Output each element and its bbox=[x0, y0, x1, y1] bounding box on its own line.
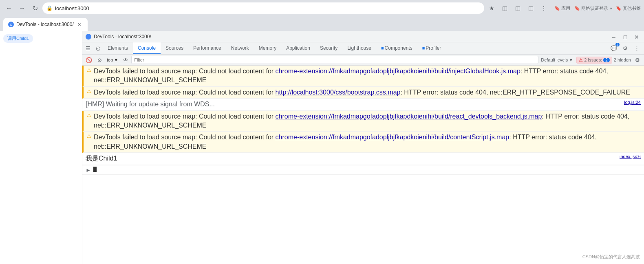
issues-badge[interactable]: ⚠ 2 Issues: 2 bbox=[576, 57, 612, 64]
browser-topbar: ← → ↻ 🔒 localhost:3000 ★ ◫ ◫ ◫ ⋮ 🔖 应用 🔖 … bbox=[0, 0, 644, 16]
active-tab[interactable]: C DevTools - localhost:3000/ ✕ bbox=[3, 18, 88, 31]
levels-arrow-icon: ▼ bbox=[569, 57, 573, 62]
warning-icon-4: ⚠ bbox=[87, 133, 91, 139]
tab-memory[interactable]: Memory bbox=[254, 42, 281, 54]
devtools-more-button[interactable]: ⋮ bbox=[632, 44, 642, 53]
console-entry-warning-2: ⚠ DevTools failed to load source map: Co… bbox=[82, 87, 644, 99]
tab-favicon: C bbox=[8, 22, 14, 27]
extension-button2[interactable]: ◫ bbox=[512, 2, 523, 14]
devtools-minimize-button[interactable]: – bbox=[610, 34, 618, 40]
tab-close-button[interactable]: ✕ bbox=[76, 21, 83, 28]
entry-link-3a[interactable]: chrome-extension://fmkadmapgofadopljbjfk… bbox=[276, 113, 542, 120]
more-button[interactable]: ⋮ bbox=[538, 2, 549, 14]
devtools-title: DevTools - localhost:3000/ bbox=[94, 34, 151, 40]
toolbar-right: Default levels ▼ ⚠ 2 Issues: 2 2 hidden … bbox=[539, 55, 642, 65]
tab-console[interactable]: Console bbox=[133, 42, 161, 54]
browser-tabbar: C DevTools - localhost:3000/ ✕ bbox=[0, 16, 644, 31]
devtools-maximize-button[interactable]: □ bbox=[621, 34, 629, 40]
entry-link-2a[interactable]: http://localhost:3000/css/bootstrap.css.… bbox=[276, 89, 401, 96]
entry-file-link-child1[interactable]: index.jsx:6 bbox=[620, 154, 641, 159]
devtools-panel: DevTools - localhost:3000/ – □ ✕ ☰ ◴ Ele… bbox=[82, 31, 644, 264]
debug-label: 调用Child1 bbox=[3, 34, 33, 43]
console-cursor bbox=[93, 167, 97, 172]
devtools-tabs-bar: ☰ ◴ Elements Console Sources Performance… bbox=[82, 42, 644, 55]
tab-elements[interactable]: Elements bbox=[103, 42, 133, 54]
extension-button1[interactable]: ◫ bbox=[499, 2, 510, 14]
default-levels-button[interactable]: Default levels ▼ bbox=[539, 57, 575, 63]
issues-settings-button[interactable]: ⚙ bbox=[633, 55, 642, 65]
warning-icon-2: ⚠ bbox=[87, 88, 91, 94]
warning-icon-3: ⚠ bbox=[87, 112, 91, 118]
entry-link-4a[interactable]: chrome-extension://fmkadmapgofadopljbjfk… bbox=[276, 134, 509, 141]
console-entry-warning-1: ⚠ DevTools failed to load source map: Co… bbox=[82, 66, 644, 87]
context-selector[interactable]: top ▼ bbox=[105, 57, 120, 63]
eye-button[interactable]: 👁 bbox=[121, 55, 130, 65]
other-bookmarks: » 🔖 其他书签 bbox=[610, 5, 641, 11]
extension-button3[interactable]: ◫ bbox=[525, 2, 536, 14]
devtools-dock-button[interactable]: ☰ bbox=[83, 44, 93, 53]
warning-icon-1: ⚠ bbox=[87, 67, 91, 73]
lock-icon: 🔒 bbox=[46, 5, 53, 11]
back-button[interactable]: ← bbox=[3, 2, 15, 14]
entry-text-hmr: [HMR] Waiting for update signal from WDS… bbox=[86, 100, 622, 109]
tab-network[interactable]: Network bbox=[226, 42, 254, 54]
tab-profiler[interactable]: ■Profiler bbox=[417, 42, 446, 54]
filter-input[interactable] bbox=[131, 56, 538, 64]
bookmarks-label: 🔖 应用 🔖 网络认证登录 bbox=[554, 5, 608, 11]
console-entry-hmr: [HMR] Waiting for update signal from WDS… bbox=[82, 99, 644, 110]
reload-button[interactable]: ↻ bbox=[29, 2, 41, 14]
console-input-line[interactable]: ► bbox=[82, 165, 644, 175]
warning-icon: ⚠ bbox=[579, 57, 583, 63]
content-area: 调用Child1 DevTools - localhost:3000/ – □ … bbox=[0, 31, 644, 264]
entry-text-1: DevTools failed to load source map: Coul… bbox=[94, 67, 641, 85]
context-arrow-icon: ▼ bbox=[114, 57, 118, 62]
default-levels-label: Default levels bbox=[541, 57, 568, 62]
entry-file-link-hmr[interactable]: log.js:24 bbox=[624, 100, 641, 105]
filter-toggle-button[interactable]: ⊘ bbox=[95, 55, 104, 65]
devtools-close-button[interactable]: ✕ bbox=[633, 34, 641, 40]
console-entry-warning-4: ⚠ DevTools failed to load source map: Co… bbox=[82, 132, 644, 153]
entry-text-child1: 我是Child1 bbox=[86, 154, 617, 163]
messages-button[interactable]: 💬 2 bbox=[609, 44, 619, 53]
issues-count-badge: 2 bbox=[603, 58, 610, 62]
address-bar[interactable]: 🔒 localhost:3000 bbox=[42, 2, 484, 14]
console-entry-child1: 我是Child1 index.jsx:6 bbox=[82, 153, 644, 165]
console-entry-warning-3: ⚠ DevTools failed to load source map: Co… bbox=[82, 111, 644, 132]
issues-count-label: 2 Issues: bbox=[584, 57, 602, 62]
hidden-count[interactable]: 2 hidden bbox=[614, 57, 631, 62]
entry-link-1a[interactable]: chrome-extension://fmkadmapgofadopljbjfk… bbox=[276, 68, 520, 75]
watermark: CSDN@怡宝的代言人连高波 bbox=[582, 254, 640, 260]
browser-window: ← → ↻ 🔒 localhost:3000 ★ ◫ ◫ ◫ ⋮ 🔖 应用 🔖 … bbox=[0, 0, 644, 264]
tab-components[interactable]: ■Components bbox=[376, 42, 417, 54]
entry-text-2: DevTools failed to load source map: Coul… bbox=[94, 88, 641, 97]
devtools-inspect-button[interactable]: ◴ bbox=[93, 44, 103, 53]
console-prompt-icon: ► bbox=[86, 167, 91, 173]
entry-text-4: DevTools failed to load source map: Coul… bbox=[94, 133, 641, 151]
devtools-favicon bbox=[86, 34, 91, 40]
tab-application[interactable]: Application bbox=[281, 42, 315, 54]
console-output[interactable]: ⚠ DevTools failed to load source map: Co… bbox=[82, 66, 644, 264]
clear-console-button[interactable]: 🚫 bbox=[84, 55, 94, 65]
tab-security[interactable]: Security bbox=[315, 42, 342, 54]
url-text: localhost:3000 bbox=[55, 5, 89, 11]
devtools-titlebar: DevTools - localhost:3000/ – □ ✕ bbox=[82, 31, 644, 42]
forward-button[interactable]: → bbox=[16, 2, 28, 14]
devtools-settings-button[interactable]: ⚙ bbox=[620, 44, 630, 53]
tab-sources[interactable]: Sources bbox=[161, 42, 188, 54]
tab-performance[interactable]: Performance bbox=[188, 42, 226, 54]
star-button[interactable]: ★ bbox=[486, 2, 497, 14]
tab-title: DevTools - localhost:3000/ bbox=[16, 22, 74, 27]
entry-text-3: DevTools failed to load source map: Coul… bbox=[94, 112, 641, 130]
console-toolbar: 🚫 ⊘ top ▼ 👁 Default levels ▼ ⚠ 2 Issues: bbox=[82, 55, 644, 66]
context-label: top bbox=[107, 57, 113, 62]
tab-lighthouse[interactable]: Lighthouse bbox=[342, 42, 376, 54]
page-panel: 调用Child1 bbox=[0, 31, 82, 264]
